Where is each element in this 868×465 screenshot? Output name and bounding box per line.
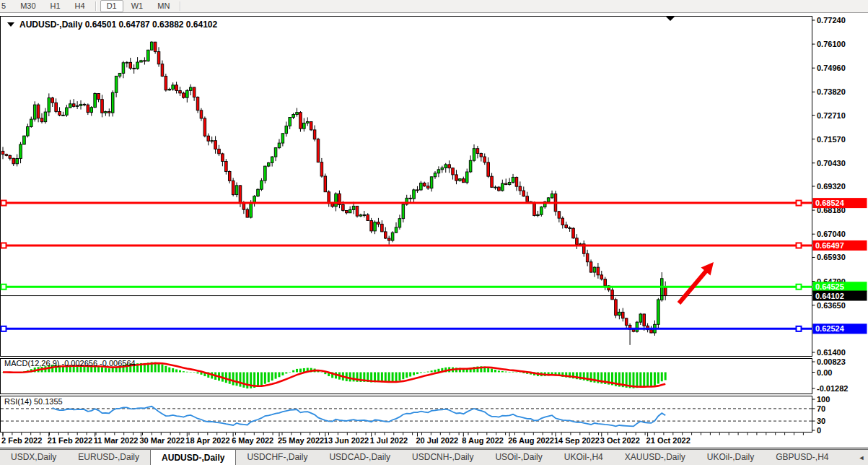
line-handle[interactable] xyxy=(797,326,802,331)
tabs-scroll-nav: ◄► xyxy=(859,450,868,465)
chart-tab-usoil-daily[interactable]: USOil-,Daily xyxy=(484,450,553,465)
timeframe-toolbar: 5M30H1H4D1W1MN xyxy=(0,0,868,13)
timeframe-button-w1[interactable]: W1 xyxy=(125,0,150,12)
rsi-indicator-label: RSI(14) 50.1355 xyxy=(4,397,63,406)
line-handle[interactable] xyxy=(797,284,802,290)
line-handle[interactable] xyxy=(1,326,6,331)
date-tick-label: 26 Aug 2022 xyxy=(508,436,554,445)
rsi-axis-label: 0 xyxy=(817,426,821,435)
price-tick-label: 0.73820 xyxy=(817,87,846,96)
timeframe-button-5[interactable]: 5 xyxy=(0,0,12,12)
price-tick-label: 0.70430 xyxy=(817,159,846,168)
date-tick-label: 25 May 2022 xyxy=(278,436,324,445)
chart-tab-usdchf-daily[interactable]: USDCHF-,Daily xyxy=(236,450,318,465)
chart-tab-usdcad-daily[interactable]: USDCAD-,Daily xyxy=(318,450,401,465)
macd-axis-label: 0.00 xyxy=(817,368,832,377)
symbol-ohlc-title: AUDUSD-,Daily 0.64501 0.64787 0.63882 0.… xyxy=(19,19,218,30)
date-tick-label: 21 Feb 2022 xyxy=(48,436,92,445)
price-tick-label: 0.69320 xyxy=(817,182,846,191)
date-tick-label: 11 Mar 2022 xyxy=(94,436,139,445)
rsi-axis-label: 100 xyxy=(817,395,830,404)
price-tick-label: 0.61400 xyxy=(817,348,846,357)
price-tick-label: 0.67040 xyxy=(817,230,846,238)
toolbar-separator xyxy=(95,1,97,11)
timeframe-button-h1[interactable]: H1 xyxy=(44,0,67,12)
macd-axis-label: 0.00823 xyxy=(817,357,846,366)
date-tick-label: 8 Aug 2022 xyxy=(462,436,504,445)
tabs-scroll-left-icon[interactable]: ◄ xyxy=(859,454,865,461)
line-handle[interactable] xyxy=(1,243,6,248)
price-box-label: 0.64102 xyxy=(815,292,844,300)
date-tick-label: 30 Mar 2022 xyxy=(139,436,184,445)
line-handle[interactable] xyxy=(797,201,802,206)
price-box-label: 0.64525 xyxy=(815,282,844,291)
price-tick-label: 0.65930 xyxy=(817,253,846,261)
date-tick-label: 6 May 2022 xyxy=(232,436,273,445)
time-axis[interactable]: 2 Feb 202221 Feb 202211 Mar 202230 Mar 2… xyxy=(1,433,803,446)
price-axis[interactable]: 0.772400.761000.749600.738200.727100.715… xyxy=(812,16,846,357)
price-tick-label: 0.71570 xyxy=(817,135,846,144)
date-tick-label: 18 Apr 2022 xyxy=(185,436,229,445)
macd-indicator-label: MACD(12,26,9) -0.002656 -0.006564 xyxy=(4,359,136,368)
price-tick-label: 0.76100 xyxy=(817,40,846,48)
terminal-window: 5M30H1H4D1W1MN 0.772400.761000.749600.73… xyxy=(0,0,868,465)
chart-tab-ukoil-h4[interactable]: UKOil-,H4 xyxy=(553,450,614,465)
date-tick-label: 1 Jul 2022 xyxy=(370,436,408,445)
price-tick-label: 0.77240 xyxy=(817,16,846,25)
chart-tab-usdcnh-daily[interactable]: USDCNH-,Daily xyxy=(401,450,484,465)
price-box-label: 0.68524 xyxy=(815,199,845,207)
price-label-boxes: 0.685240.664970.645250.625240.64102 xyxy=(813,198,867,334)
price-tick-label: 0.72710 xyxy=(817,111,846,120)
chart-tab-xauusd-daily[interactable]: XAUUSD-,Daily xyxy=(614,450,696,465)
date-tick-label: 13 Jun 2022 xyxy=(324,436,369,445)
chart-title: AUDUSD-,Daily 0.64501 0.64787 0.63882 0.… xyxy=(7,19,218,30)
timeframe-button-m30[interactable]: M30 xyxy=(14,0,42,12)
chart-tab-ukoil-daily[interactable]: UKOil-,Daily xyxy=(696,450,765,465)
chart-tab-usdx-daily[interactable]: USDX,Daily xyxy=(0,450,67,465)
price-box-label: 0.62524 xyxy=(815,324,845,333)
timeframe-button-h4[interactable]: H4 xyxy=(69,0,92,12)
line-handle[interactable] xyxy=(1,201,6,206)
rsi-axis-label: 70 xyxy=(817,404,825,413)
date-tick-label: 2 Feb 2022 xyxy=(1,436,42,445)
toolbar-separator xyxy=(180,1,181,11)
timeframe-button-d1[interactable]: D1 xyxy=(100,0,123,12)
chart-tab-audusd-daily[interactable]: AUDUSD-,Daily xyxy=(150,449,236,465)
price-tick-label: 0.63650 xyxy=(817,301,846,310)
price-box-label: 0.66497 xyxy=(815,241,844,250)
chart-tab-eurusd-daily[interactable]: EURUSD-,Daily xyxy=(67,450,150,465)
panel-frames xyxy=(0,17,868,448)
date-tick-label: 20 Jul 2022 xyxy=(416,436,458,445)
date-tick-label: 21 Oct 2022 xyxy=(646,436,691,445)
timeframe-button-mn[interactable]: MN xyxy=(151,0,176,12)
macd-axis-label: -0.01282 xyxy=(817,384,848,393)
date-tick-label: 3 Oct 2022 xyxy=(600,436,640,445)
chart-canvas[interactable]: 0.772400.761000.749600.738200.727100.715… xyxy=(0,13,868,449)
chart-tab-gbpusd-h4[interactable]: GBPUSD-,H4 xyxy=(765,450,839,465)
price-tick-label: 0.74960 xyxy=(817,64,846,72)
chart-tabs-bar: USDX,DailyEURUSD-,DailyAUDUSD-,DailyUSDC… xyxy=(0,449,868,465)
line-handle[interactable] xyxy=(797,243,802,248)
rsi-axis-label: 30 xyxy=(817,417,825,425)
line-handle[interactable] xyxy=(1,284,6,290)
date-tick-label: 14 Sep 2022 xyxy=(554,436,600,445)
